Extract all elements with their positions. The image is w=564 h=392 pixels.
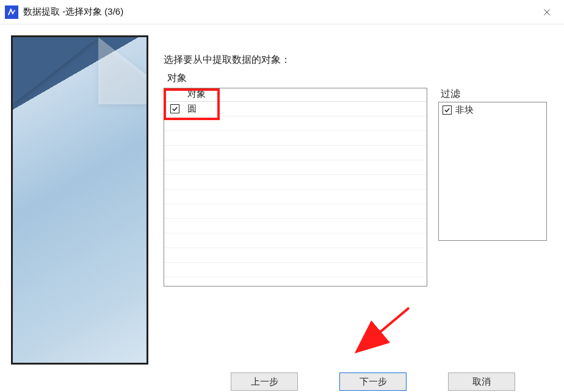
close-button[interactable]	[535, 0, 559, 24]
object-name: 圆	[185, 103, 197, 115]
objects-list[interactable]: 对象 圆	[164, 88, 427, 287]
preview-image	[11, 35, 148, 365]
filter-row[interactable]: 非块	[439, 102, 546, 117]
app-icon	[5, 5, 18, 19]
filter-group: 过滤 非块	[438, 88, 547, 241]
filter-checkbox[interactable]	[443, 105, 452, 115]
objects-header-label: 对象	[185, 88, 206, 101]
filter-group-label: 过滤	[438, 88, 547, 101]
empty-rows	[164, 116, 427, 277]
content-area: 选择要从中提取数据的对象： 对象 对象 圆 过滤	[0, 24, 564, 392]
cancel-button[interactable]: 取消	[448, 372, 515, 391]
filter-name: 非块	[455, 104, 474, 116]
titlebar: 数据提取 -选择对象 (3/6)	[0, 0, 564, 24]
instruction-text: 选择要从中提取数据的对象：	[164, 54, 291, 66]
svg-line-3	[360, 308, 409, 349]
next-button[interactable]: 下一步	[339, 372, 407, 391]
object-row[interactable]: 圆	[164, 102, 427, 116]
arrow-annotation	[342, 305, 415, 360]
objects-list-header: 对象	[164, 88, 427, 102]
back-button[interactable]: 上一步	[231, 372, 298, 391]
filter-list[interactable]: 非块	[438, 102, 547, 241]
page-curl-graphic	[13, 37, 98, 104]
object-checkbox[interactable]	[170, 104, 179, 113]
objects-group-label: 对象	[164, 72, 187, 86]
window-title: 数据提取 -选择对象 (3/6)	[23, 6, 123, 18]
